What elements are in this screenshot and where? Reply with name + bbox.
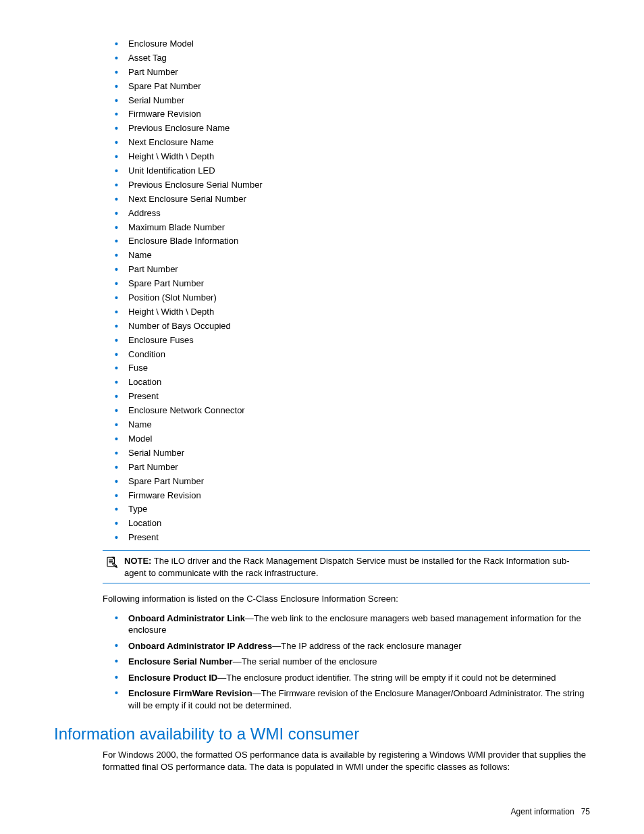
definition-desc: —The IP address of the rack enclosure ma… <box>272 641 461 651</box>
list-item: Firmware Revision <box>115 107 590 122</box>
list-item: Enclosure Blade Information <box>115 234 590 249</box>
list-item: Position (Slot Number) <box>115 291 590 305</box>
definition-term: Enclosure Serial Number <box>128 656 233 667</box>
list-item: Spare Part Number <box>115 475 590 489</box>
list-item: Height \ Width \ Depth <box>115 150 590 164</box>
lead-paragraph: Following information is listed on the C… <box>103 593 590 605</box>
list-item: Onboard Administrator IP Address—The IP … <box>115 638 590 654</box>
list-item: Next Enclosure Name <box>115 136 590 150</box>
list-item: Spare Part Number <box>115 277 590 291</box>
list-item: Enclosure Serial Number—The serial numbe… <box>115 654 590 670</box>
list-item: Onboard Administrator Link—The web link … <box>115 610 590 638</box>
list-item: Enclosure Model <box>115 37 590 51</box>
list-item: Name <box>115 249 590 263</box>
list-item: Serial Number <box>115 446 590 461</box>
definition-desc: —The serial number of the enclosure <box>233 656 377 667</box>
definition-term: Onboard Administrator IP Address <box>128 641 272 651</box>
list-item: Part Number <box>115 66 590 80</box>
list-item: Part Number <box>115 461 590 475</box>
note-block: NOTE: The iLO driver and the Rack Manage… <box>103 550 590 583</box>
footer-page-number: 75 <box>581 807 590 816</box>
list-item: Enclosure FirmWare Revision—The Firmware… <box>115 685 590 713</box>
section-heading: Information availability to a WMI consum… <box>54 725 590 744</box>
list-item: Present <box>115 531 590 545</box>
list-item: Model <box>115 432 590 446</box>
list-item: Serial Number <box>115 94 590 108</box>
list-item: Previous Enclosure Name <box>115 122 590 136</box>
page-footer: Agent information 75 <box>511 807 590 816</box>
note-text: NOTE: The iLO driver and the Rack Manage… <box>124 555 587 579</box>
definition-term: Enclosure FirmWare Revision <box>128 688 252 698</box>
list-item: Name <box>115 418 590 432</box>
list-item: Type <box>115 502 590 517</box>
definition-term: Enclosure Product ID <box>128 673 217 683</box>
list-item: Enclosure Network Connector <box>115 404 590 418</box>
list-item: Previous Enclosure Serial Number <box>115 178 590 192</box>
note-icon <box>105 556 120 579</box>
list-item: Firmware Revision <box>115 489 590 503</box>
list-item: Number of Bays Occupied <box>115 319 590 334</box>
list-item: Unit Identification LED <box>115 164 590 178</box>
body-paragraph: For Windows 2000, the formatted OS perfo… <box>103 749 590 773</box>
footer-section: Agent information <box>511 807 574 816</box>
list-item: Condition <box>115 348 590 362</box>
definition-list: Onboard Administrator Link—The web link … <box>54 610 590 714</box>
list-item: Address <box>115 207 590 221</box>
list-item: Fuse <box>115 361 590 375</box>
list-item: Spare Pat Number <box>115 80 590 94</box>
list-item: Next Enclosure Serial Number <box>115 192 590 207</box>
list-item: Location <box>115 517 590 531</box>
list-item: Height \ Width \ Depth <box>115 305 590 319</box>
page-content: Enclosure ModelAsset TagPart NumberSpare… <box>0 0 644 834</box>
list-item: Present <box>115 390 590 404</box>
list-item: Asset Tag <box>115 51 590 66</box>
note-body: The iLO driver and the Rack Management D… <box>124 556 569 578</box>
property-list: Enclosure ModelAsset TagPart NumberSpare… <box>54 37 590 545</box>
list-item: Maximum Blade Number <box>115 221 590 235</box>
note-label: NOTE: <box>124 556 151 566</box>
list-item: Enclosure Product ID—The enclosure produ… <box>115 670 590 686</box>
list-item: Location <box>115 375 590 390</box>
list-item: Part Number <box>115 263 590 277</box>
definition-term: Onboard Administrator Link <box>128 613 245 623</box>
definition-desc: —The enclosure product identifier. The s… <box>217 673 556 683</box>
list-item: Enclosure Fuses <box>115 334 590 348</box>
